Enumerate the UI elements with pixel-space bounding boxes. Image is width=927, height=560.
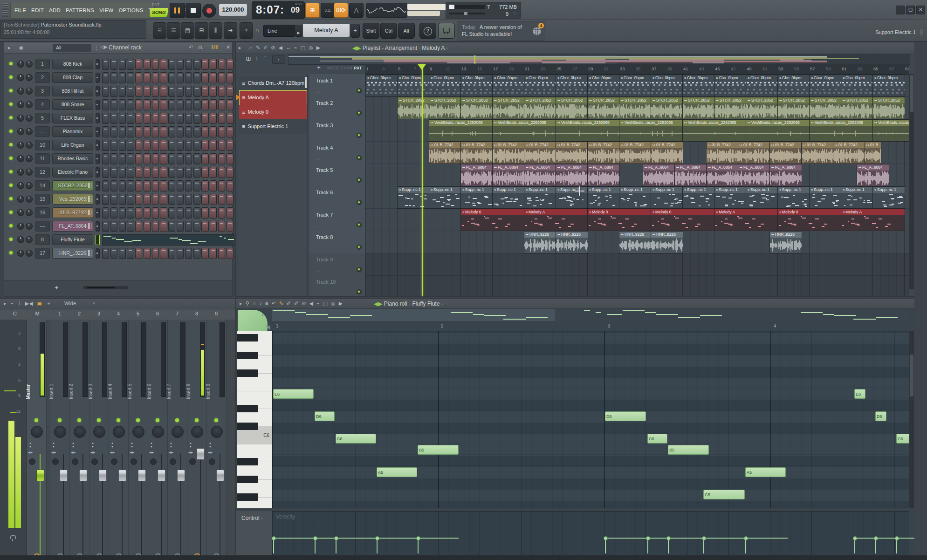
clip-audio[interactable]: ↦STCR..2852	[429, 97, 461, 119]
step-cell[interactable]	[135, 167, 142, 178]
step-cell[interactable]	[168, 207, 175, 219]
step-cell[interactable]	[218, 59, 225, 70]
black-key[interactable]	[237, 334, 258, 341]
clip-steps[interactable]: ≡Chor..0bpm	[809, 75, 842, 97]
menu-item-view[interactable]: VIEW	[99, 7, 113, 13]
mixer-header-3[interactable]: 3	[94, 311, 103, 316]
piano-keyboard[interactable]: C6	[237, 331, 274, 508]
clip-steps[interactable]: ≡Cho..0bpm	[524, 75, 556, 97]
strip-circle-button[interactable]	[91, 458, 98, 465]
step-cell[interactable]	[160, 86, 167, 97]
clip-audio[interactable]: ↦HNR..9226	[619, 231, 652, 253]
track-led[interactable]	[357, 178, 362, 183]
volume-knob[interactable]	[26, 101, 33, 108]
channel-target-slot[interactable]	[96, 167, 100, 178]
step-cell[interactable]	[160, 248, 167, 259]
clip-notes[interactable]: ≡Supp..ric 1	[777, 186, 810, 209]
clip-steps[interactable]: ≡Cho..0bpm	[841, 75, 873, 97]
timeline-bar-number[interactable]: 5	[398, 66, 400, 71]
clip-notes[interactable]: ≡Supp..ric 1	[746, 186, 778, 209]
timeline-bar-number[interactable]: 7	[414, 66, 416, 71]
channel-number[interactable]: ---	[35, 126, 50, 137]
pan-knob[interactable]	[17, 223, 24, 230]
add-track-button[interactable]: +	[315, 64, 323, 71]
clip-audio[interactable]: ↦01 B..7742	[587, 142, 620, 164]
step-cell[interactable]	[177, 194, 184, 205]
strip-knob[interactable]	[172, 426, 184, 438]
step-cell[interactable]	[135, 207, 142, 219]
piano-note[interactable]: D6	[875, 411, 886, 421]
step-cell[interactable]	[127, 86, 134, 97]
updown-arrows-icon[interactable]: ▲	[72, 442, 75, 445]
step-cell[interactable]	[227, 86, 233, 97]
channel-number[interactable]: 14	[35, 180, 50, 191]
paint-icon[interactable]: ✐	[263, 44, 268, 51]
step-cell[interactable]	[144, 167, 151, 178]
strip-circle-button[interactable]	[111, 458, 117, 465]
pan-knob[interactable]	[17, 236, 24, 243]
strip-circle-button[interactable]	[189, 458, 196, 465]
step-cell[interactable]	[127, 180, 134, 191]
step-cell[interactable]	[218, 126, 225, 137]
step-cell[interactable]	[152, 207, 159, 219]
leftright-arrows-icon[interactable]: ◀▶	[169, 451, 174, 454]
step-cell[interactable]	[119, 126, 126, 137]
step-cell[interactable]	[119, 99, 126, 110]
clip-notes[interactable]: ≡Supp..ric 1	[809, 186, 842, 209]
shop-cart-button[interactable]	[438, 23, 455, 39]
velocity-cap[interactable]	[874, 536, 878, 540]
step-cell[interactable]	[227, 153, 233, 164]
step-cell[interactable]	[210, 153, 217, 164]
mute-icon[interactable]: ◀	[309, 300, 313, 307]
updown-arrows-icon[interactable]: ▲	[29, 442, 32, 445]
step-cell[interactable]	[201, 126, 208, 137]
channel-target-slot[interactable]	[96, 59, 100, 69]
step-cell[interactable]	[227, 72, 233, 83]
arrow-icon[interactable]: ▸	[4, 300, 7, 307]
strip-led[interactable]	[156, 418, 159, 422]
clip-audio[interactable]: ↦STCR..2852	[524, 97, 556, 119]
clip-notes[interactable]: ≡Melody A	[524, 209, 588, 231]
strip-led[interactable]	[97, 418, 101, 422]
step-cell[interactable]	[177, 180, 184, 191]
timeline-bar-number[interactable]: 43	[699, 66, 704, 71]
mic-record-button[interactable]: ♆	[240, 22, 253, 39]
channel-target-slot[interactable]	[96, 221, 100, 232]
mixer-header-2[interactable]: 2	[75, 311, 84, 316]
step-cell[interactable]	[168, 153, 175, 164]
step-cell[interactable]	[218, 153, 225, 164]
track-lane[interactable]: ≡Melody 0≡Melody A≡Melody 0≡Melody 0≡Mel…	[365, 208, 909, 231]
step-cell[interactable]	[177, 59, 184, 70]
piano-note[interactable]: D6	[605, 411, 646, 421]
magnet-icon[interactable]: ∩	[249, 44, 253, 51]
step-cell[interactable]	[168, 194, 175, 205]
channel-led[interactable]	[9, 170, 13, 173]
clip-audio[interactable]: ↦VeshBeats..racas_2292065	[872, 119, 909, 142]
channel-name-button[interactable]: 808 Clap	[52, 72, 93, 83]
playlist-minimap[interactable]	[288, 55, 910, 65]
black-key[interactable]	[237, 458, 258, 465]
pencil-icon[interactable]: ✎	[256, 44, 260, 51]
track-options-dots[interactable]: ...	[316, 134, 321, 138]
piano-note[interactable]: E6	[273, 389, 314, 399]
snap-selector[interactable]: Line	[263, 25, 295, 37]
step-cell[interactable]	[210, 72, 217, 83]
channel-led[interactable]	[9, 197, 13, 200]
channel-number[interactable]: 11	[35, 153, 50, 164]
track-lane[interactable]: ≡Supp..ric 1≡Supp..ric 1≡Supp..ric 1≡Sup…	[365, 186, 909, 209]
updown-arrows-icon2[interactable]: ▼	[209, 445, 212, 449]
volume-knob[interactable]	[26, 182, 33, 189]
velocity-cap[interactable]	[853, 536, 857, 540]
track-options-dots[interactable]: ...	[316, 89, 321, 94]
step-cell[interactable]	[168, 72, 175, 83]
step-cell[interactable]	[185, 113, 192, 124]
step-cell[interactable]	[193, 72, 200, 83]
step-cell[interactable]	[201, 153, 208, 164]
step-cell[interactable]	[185, 59, 192, 70]
step-cell[interactable]	[201, 207, 208, 219]
fader-handle[interactable]	[177, 470, 185, 481]
step-cell[interactable]	[110, 126, 117, 137]
step-cell[interactable]	[193, 248, 200, 259]
timeline-bar-number[interactable]: 57	[810, 66, 815, 71]
timeline-bar-number[interactable]: 27	[572, 66, 577, 71]
